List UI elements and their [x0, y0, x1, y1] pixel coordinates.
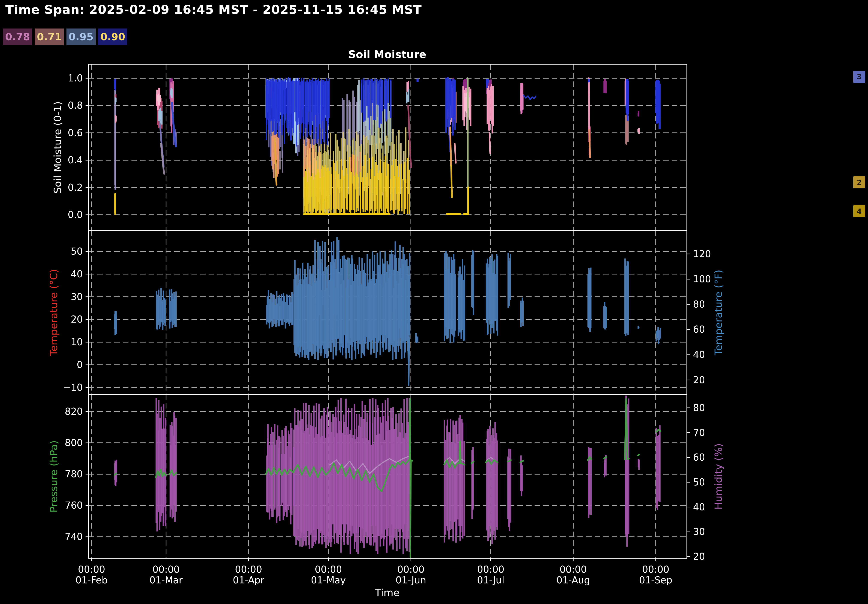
y-tick-label: 40 — [693, 502, 757, 513]
x-tick-time: 00:00 — [296, 564, 360, 575]
sensor-chip-4[interactable]: 0.90 — [98, 28, 127, 45]
y-tick-label: 1.0 — [0, 73, 83, 84]
x-tick-time: 00:00 — [134, 564, 198, 575]
x-tick-date: 01-Aug — [541, 575, 605, 585]
x-tick-time: 00:00 — [541, 564, 605, 575]
y-tick-label: 800 — [0, 437, 83, 448]
x-tick-date: 01-Apr — [216, 575, 281, 585]
y-tick-label: 30 — [0, 291, 83, 302]
y-tick-label: −10 — [0, 382, 83, 393]
series-end-chip-2[interactable]: 2 — [853, 177, 865, 188]
y-axis-title: Temperature (°F) — [713, 269, 724, 355]
x-tick-time: 00:00 — [379, 564, 443, 575]
x-tick-date: 01-Sep — [623, 575, 688, 585]
sensor-chip-1[interactable]: 0.78 — [3, 28, 32, 45]
y-tick-label: 20 — [693, 375, 757, 386]
sensor-chip-3[interactable]: 0.95 — [67, 28, 96, 45]
sensor-chip-2[interactable]: 0.71 — [35, 28, 64, 45]
y-axis-title: Temperature (°C) — [48, 269, 60, 356]
y-tick-label: 80 — [693, 403, 757, 413]
y-tick-label: 40 — [0, 269, 83, 279]
x-tick-time: 00:00 — [459, 564, 523, 575]
y-tick-label: 740 — [0, 531, 83, 542]
series-end-chip-3[interactable]: 3 — [853, 71, 865, 83]
y-tick-label: 0.4 — [0, 155, 83, 166]
y-tick-label: 30 — [693, 527, 757, 537]
x-tick-date: 01-Mar — [134, 575, 198, 585]
x-tick-date: 01-Feb — [59, 575, 124, 585]
sensor-value-chips: 0.78 0.71 0.95 0.90 — [3, 28, 127, 45]
series-end-chip-4[interactable]: 4 — [853, 205, 865, 217]
y-tick-label: 50 — [0, 246, 83, 257]
y-axis-title: Humidity (%) — [713, 443, 724, 510]
y-tick-label: 780 — [0, 469, 83, 480]
y-tick-label: 20 — [693, 551, 757, 562]
y-tick-label: 0.8 — [0, 100, 83, 111]
y-tick-label: 120 — [693, 249, 757, 259]
y-tick-label: 60 — [693, 452, 757, 463]
x-tick-date: 01-Jul — [459, 575, 523, 585]
y-axis-title: Soil Moisture (0-1) — [52, 101, 64, 194]
page-title: Time Span: 2025-02-09 16:45 MST - 2025-1… — [5, 3, 422, 17]
y-tick-label: 60 — [693, 324, 757, 335]
y-tick-label: 820 — [0, 406, 83, 417]
y-tick-label: 100 — [693, 274, 757, 285]
x-tick-time: 00:00 — [216, 564, 281, 575]
x-axis-title: Time — [355, 587, 419, 598]
y-tick-label: 0 — [0, 359, 83, 370]
y-tick-label: 80 — [693, 299, 757, 310]
x-tick-time: 00:00 — [59, 564, 124, 575]
y-tick-label: 0.6 — [0, 127, 83, 138]
x-tick-date: 01-May — [296, 575, 360, 585]
y-tick-label: 50 — [693, 477, 757, 488]
y-tick-label: 70 — [693, 427, 757, 438]
chart-title: Soil Moisture — [323, 48, 452, 60]
x-tick-date: 01-Jun — [379, 575, 443, 585]
dashboard: Time Span: 2025-02-09 16:45 MST - 2025-1… — [0, 0, 868, 604]
y-tick-label: 0.0 — [0, 209, 83, 220]
y-tick-label: 20 — [0, 314, 83, 325]
y-tick-label: 0.2 — [0, 182, 83, 193]
y-tick-label: 40 — [693, 349, 757, 360]
y-tick-label: 10 — [0, 337, 83, 347]
y-tick-label: 760 — [0, 500, 83, 511]
y-axis-title: Pressure (hPa) — [48, 440, 60, 513]
x-tick-time: 00:00 — [623, 564, 688, 575]
